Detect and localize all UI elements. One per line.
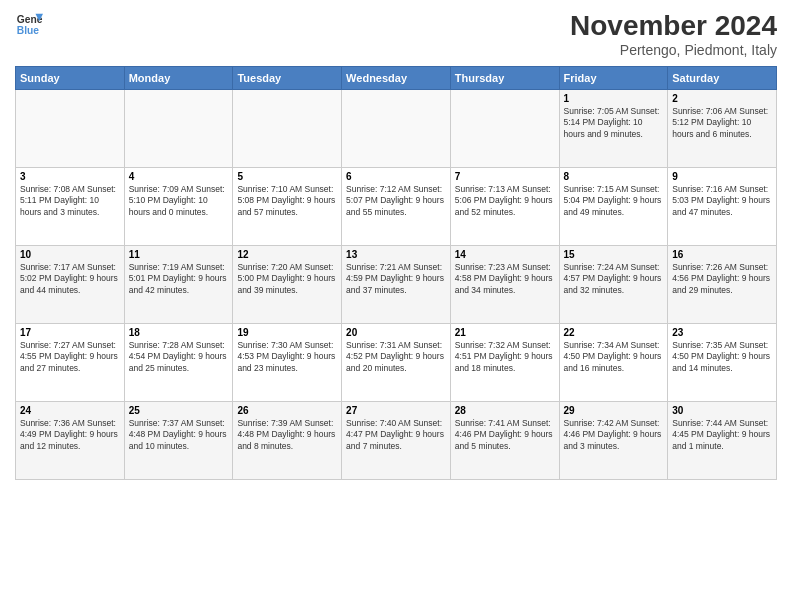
calendar-cell: 30Sunrise: 7:44 AM Sunset: 4:45 PM Dayli… xyxy=(668,402,777,480)
day-number: 1 xyxy=(564,93,664,104)
day-info: Sunrise: 7:40 AM Sunset: 4:47 PM Dayligh… xyxy=(346,418,446,452)
day-number: 23 xyxy=(672,327,772,338)
day-info: Sunrise: 7:35 AM Sunset: 4:50 PM Dayligh… xyxy=(672,340,772,374)
calendar-cell: 10Sunrise: 7:17 AM Sunset: 5:02 PM Dayli… xyxy=(16,246,125,324)
day-info: Sunrise: 7:17 AM Sunset: 5:02 PM Dayligh… xyxy=(20,262,120,296)
day-number: 19 xyxy=(237,327,337,338)
calendar-cell: 8Sunrise: 7:15 AM Sunset: 5:04 PM Daylig… xyxy=(559,168,668,246)
day-number: 26 xyxy=(237,405,337,416)
calendar-cell: 23Sunrise: 7:35 AM Sunset: 4:50 PM Dayli… xyxy=(668,324,777,402)
calendar-week-1: 1Sunrise: 7:05 AM Sunset: 5:14 PM Daylig… xyxy=(16,90,777,168)
calendar: Sunday Monday Tuesday Wednesday Thursday… xyxy=(15,66,777,480)
day-info: Sunrise: 7:30 AM Sunset: 4:53 PM Dayligh… xyxy=(237,340,337,374)
calendar-cell xyxy=(233,90,342,168)
day-number: 17 xyxy=(20,327,120,338)
main-title: November 2024 xyxy=(570,10,777,42)
day-info: Sunrise: 7:42 AM Sunset: 4:46 PM Dayligh… xyxy=(564,418,664,452)
day-number: 30 xyxy=(672,405,772,416)
col-tuesday: Tuesday xyxy=(233,67,342,90)
day-info: Sunrise: 7:09 AM Sunset: 5:10 PM Dayligh… xyxy=(129,184,229,218)
calendar-cell: 22Sunrise: 7:34 AM Sunset: 4:50 PM Dayli… xyxy=(559,324,668,402)
day-number: 25 xyxy=(129,405,229,416)
day-info: Sunrise: 7:27 AM Sunset: 4:55 PM Dayligh… xyxy=(20,340,120,374)
calendar-cell: 19Sunrise: 7:30 AM Sunset: 4:53 PM Dayli… xyxy=(233,324,342,402)
day-number: 14 xyxy=(455,249,555,260)
day-info: Sunrise: 7:15 AM Sunset: 5:04 PM Dayligh… xyxy=(564,184,664,218)
svg-text:Blue: Blue xyxy=(17,25,40,36)
calendar-cell xyxy=(342,90,451,168)
day-info: Sunrise: 7:37 AM Sunset: 4:48 PM Dayligh… xyxy=(129,418,229,452)
day-info: Sunrise: 7:34 AM Sunset: 4:50 PM Dayligh… xyxy=(564,340,664,374)
day-info: Sunrise: 7:16 AM Sunset: 5:03 PM Dayligh… xyxy=(672,184,772,218)
calendar-cell: 21Sunrise: 7:32 AM Sunset: 4:51 PM Dayli… xyxy=(450,324,559,402)
day-number: 5 xyxy=(237,171,337,182)
day-info: Sunrise: 7:21 AM Sunset: 4:59 PM Dayligh… xyxy=(346,262,446,296)
calendar-cell: 14Sunrise: 7:23 AM Sunset: 4:58 PM Dayli… xyxy=(450,246,559,324)
calendar-cell: 11Sunrise: 7:19 AM Sunset: 5:01 PM Dayli… xyxy=(124,246,233,324)
day-number: 24 xyxy=(20,405,120,416)
day-info: Sunrise: 7:36 AM Sunset: 4:49 PM Dayligh… xyxy=(20,418,120,452)
day-number: 12 xyxy=(237,249,337,260)
calendar-cell: 15Sunrise: 7:24 AM Sunset: 4:57 PM Dayli… xyxy=(559,246,668,324)
col-saturday: Saturday xyxy=(668,67,777,90)
calendar-cell xyxy=(450,90,559,168)
day-number: 10 xyxy=(20,249,120,260)
calendar-cell: 18Sunrise: 7:28 AM Sunset: 4:54 PM Dayli… xyxy=(124,324,233,402)
calendar-cell: 13Sunrise: 7:21 AM Sunset: 4:59 PM Dayli… xyxy=(342,246,451,324)
day-info: Sunrise: 7:44 AM Sunset: 4:45 PM Dayligh… xyxy=(672,418,772,452)
col-wednesday: Wednesday xyxy=(342,67,451,90)
day-number: 22 xyxy=(564,327,664,338)
calendar-cell: 27Sunrise: 7:40 AM Sunset: 4:47 PM Dayli… xyxy=(342,402,451,480)
page: General Blue November 2024 Pertengo, Pie… xyxy=(0,0,792,612)
day-info: Sunrise: 7:39 AM Sunset: 4:48 PM Dayligh… xyxy=(237,418,337,452)
day-info: Sunrise: 7:26 AM Sunset: 4:56 PM Dayligh… xyxy=(672,262,772,296)
day-number: 18 xyxy=(129,327,229,338)
logo: General Blue xyxy=(15,10,43,38)
day-number: 28 xyxy=(455,405,555,416)
calendar-week-3: 10Sunrise: 7:17 AM Sunset: 5:02 PM Dayli… xyxy=(16,246,777,324)
calendar-cell: 1Sunrise: 7:05 AM Sunset: 5:14 PM Daylig… xyxy=(559,90,668,168)
day-info: Sunrise: 7:32 AM Sunset: 4:51 PM Dayligh… xyxy=(455,340,555,374)
calendar-cell: 12Sunrise: 7:20 AM Sunset: 5:00 PM Dayli… xyxy=(233,246,342,324)
calendar-cell: 28Sunrise: 7:41 AM Sunset: 4:46 PM Dayli… xyxy=(450,402,559,480)
calendar-cell: 3Sunrise: 7:08 AM Sunset: 5:11 PM Daylig… xyxy=(16,168,125,246)
day-info: Sunrise: 7:19 AM Sunset: 5:01 PM Dayligh… xyxy=(129,262,229,296)
calendar-cell: 6Sunrise: 7:12 AM Sunset: 5:07 PM Daylig… xyxy=(342,168,451,246)
calendar-cell: 20Sunrise: 7:31 AM Sunset: 4:52 PM Dayli… xyxy=(342,324,451,402)
day-number: 6 xyxy=(346,171,446,182)
day-number: 9 xyxy=(672,171,772,182)
day-info: Sunrise: 7:10 AM Sunset: 5:08 PM Dayligh… xyxy=(237,184,337,218)
day-info: Sunrise: 7:12 AM Sunset: 5:07 PM Dayligh… xyxy=(346,184,446,218)
day-number: 15 xyxy=(564,249,664,260)
day-info: Sunrise: 7:24 AM Sunset: 4:57 PM Dayligh… xyxy=(564,262,664,296)
col-monday: Monday xyxy=(124,67,233,90)
calendar-cell: 26Sunrise: 7:39 AM Sunset: 4:48 PM Dayli… xyxy=(233,402,342,480)
day-number: 8 xyxy=(564,171,664,182)
day-info: Sunrise: 7:20 AM Sunset: 5:00 PM Dayligh… xyxy=(237,262,337,296)
day-number: 21 xyxy=(455,327,555,338)
subtitle: Pertengo, Piedmont, Italy xyxy=(570,42,777,58)
calendar-cell xyxy=(124,90,233,168)
calendar-cell: 25Sunrise: 7:37 AM Sunset: 4:48 PM Dayli… xyxy=(124,402,233,480)
calendar-cell xyxy=(16,90,125,168)
calendar-cell: 24Sunrise: 7:36 AM Sunset: 4:49 PM Dayli… xyxy=(16,402,125,480)
day-number: 2 xyxy=(672,93,772,104)
day-number: 13 xyxy=(346,249,446,260)
calendar-cell: 5Sunrise: 7:10 AM Sunset: 5:08 PM Daylig… xyxy=(233,168,342,246)
day-number: 27 xyxy=(346,405,446,416)
day-info: Sunrise: 7:08 AM Sunset: 5:11 PM Dayligh… xyxy=(20,184,120,218)
day-number: 7 xyxy=(455,171,555,182)
calendar-cell: 2Sunrise: 7:06 AM Sunset: 5:12 PM Daylig… xyxy=(668,90,777,168)
calendar-cell: 9Sunrise: 7:16 AM Sunset: 5:03 PM Daylig… xyxy=(668,168,777,246)
day-number: 3 xyxy=(20,171,120,182)
day-info: Sunrise: 7:31 AM Sunset: 4:52 PM Dayligh… xyxy=(346,340,446,374)
logo-icon: General Blue xyxy=(15,10,43,38)
calendar-week-2: 3Sunrise: 7:08 AM Sunset: 5:11 PM Daylig… xyxy=(16,168,777,246)
title-area: November 2024 Pertengo, Piedmont, Italy xyxy=(570,10,777,58)
calendar-cell: 17Sunrise: 7:27 AM Sunset: 4:55 PM Dayli… xyxy=(16,324,125,402)
calendar-cell: 16Sunrise: 7:26 AM Sunset: 4:56 PM Dayli… xyxy=(668,246,777,324)
col-thursday: Thursday xyxy=(450,67,559,90)
header: General Blue November 2024 Pertengo, Pie… xyxy=(15,10,777,58)
calendar-week-5: 24Sunrise: 7:36 AM Sunset: 4:49 PM Dayli… xyxy=(16,402,777,480)
col-sunday: Sunday xyxy=(16,67,125,90)
